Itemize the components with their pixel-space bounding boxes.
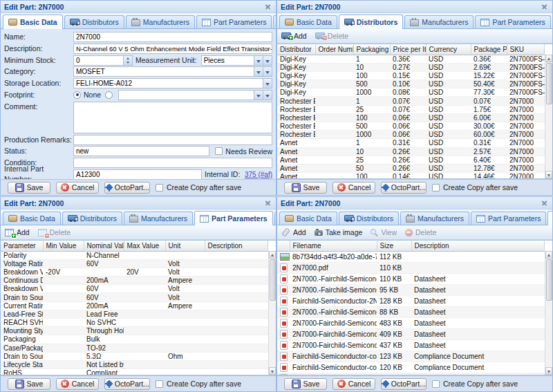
table-row[interactable]: Avnet500.26€USD12.78€2N7000 — [277, 164, 545, 172]
minimum-stock-field[interactable]: 0 — [73, 55, 124, 66]
table-row[interactable]: REACH SVHC …No SVHC — [1, 319, 268, 327]
footprint-none-radio[interactable] — [73, 91, 81, 99]
table-row[interactable]: Avnet100.26€USD2.57€2N7000 — [277, 147, 545, 156]
table-row[interactable]: Mounting StyleThrough Hole — [1, 327, 268, 335]
save-button[interactable]: Save — [8, 182, 50, 194]
tab-basic-data[interactable]: Basic Data — [279, 15, 337, 28]
window-titlebar[interactable]: Edit Part: 2N7000 — [1, 1, 276, 13]
stock-spinner[interactable] — [124, 55, 133, 66]
chevron-down-icon[interactable] — [254, 90, 263, 100]
table-row[interactable]: RoHSCompliant — [1, 369, 268, 375]
table-row[interactable]: Avnet1000.14€USD14.46€2N7000 — [277, 173, 545, 179]
tab-manufacturers[interactable]: Manufacturers — [126, 15, 195, 28]
table-row[interactable]: Drain to Sourc…60VVolt — [1, 293, 268, 301]
column-header[interactable]: Max Value — [124, 241, 165, 251]
scrollbar-thumb[interactable] — [546, 63, 552, 104]
save-button[interactable]: Save — [284, 182, 327, 194]
table-row[interactable]: 2N7000-Fairchild-Semiconductor-dat…437 K… — [277, 339, 545, 351]
table-row[interactable]: Digi-Key10000.08€USD77.30€2N7000FS-ND — [277, 88, 545, 97]
table-row[interactable]: Rochester El…10000.06€USD60.00€2N7000 — [277, 131, 545, 139]
table-row[interactable]: Voltage Rating …60VVolt — [1, 259, 268, 268]
window-titlebar[interactable]: Edit Part: 2N7000 — [1, 197, 276, 209]
table-row[interactable]: 2N7000.-Fairchild-Semiconductor-da…95 KB… — [277, 284, 545, 295]
table-row[interactable]: Breakdown Vo…60VVolt — [1, 285, 268, 293]
scroll-down-icon[interactable] — [269, 367, 276, 375]
table-row[interactable]: 2N7000-Fairchild-Semiconductor-dat…409 K… — [277, 328, 545, 339]
column-header[interactable]: Unit — [165, 241, 205, 251]
scroll-up-icon[interactable] — [545, 251, 552, 259]
scroll-down-icon[interactable] — [545, 367, 552, 375]
table-row[interactable]: Digi-Key1000.15€USD15.22€2N7000FS-ND — [277, 71, 545, 80]
table-row[interactable]: PackagingBulk — [1, 335, 268, 344]
table-row[interactable]: Avnet10.31€USD0.31€2N7000 — [277, 139, 545, 147]
delete-button[interactable]: Delete — [315, 32, 348, 40]
add-button[interactable]: Add — [281, 228, 306, 236]
tab-manufacturers[interactable]: Manufacturers — [404, 15, 474, 28]
footprint-select-radio[interactable] — [105, 91, 113, 99]
internal-id-link[interactable]: 375 (#af) — [245, 171, 272, 178]
take-image-button[interactable]: Take image — [315, 228, 363, 236]
create-copy-checkbox[interactable] — [156, 380, 163, 388]
table-row[interactable]: Avnet250.26€USD6.40€2N7000 — [277, 156, 545, 164]
octopart-button[interactable]: OctoPart... — [381, 182, 427, 194]
table-row[interactable]: Fairchild-Semiconductor-company-9…120 KB… — [277, 362, 545, 373]
column-header[interactable] — [277, 241, 290, 251]
close-icon[interactable] — [263, 2, 272, 11]
column-header[interactable]: Package Price — [471, 44, 507, 55]
delete-button[interactable]: Delete — [405, 228, 436, 236]
table-row[interactable]: Drain to Sourc…5.3ΩOhm — [1, 352, 268, 360]
table-row[interactable]: Lead-Free Stat…Lead Free — [1, 310, 268, 318]
chevron-down-icon[interactable] — [263, 55, 272, 66]
tab-distributors[interactable]: Distributors — [64, 15, 124, 28]
production-remarks-field[interactable] — [73, 135, 272, 145]
table-row[interactable]: 2N7000.pdf110 KB — [277, 262, 545, 273]
tab-part-parameters[interactable]: Part Parameters — [471, 212, 546, 225]
table-row[interactable]: Breakdown Vo…-20V20VVolt — [1, 268, 268, 276]
measurement-unit-combo[interactable]: Pieces — [201, 55, 254, 66]
column-header[interactable]: Distributor — [277, 44, 315, 55]
tab-attachments[interactable]: Attachments — [547, 211, 553, 225]
scrollbar-thumb[interactable] — [270, 259, 276, 301]
cancel-button[interactable]: Cancel — [332, 378, 375, 390]
scrollbar[interactable] — [545, 55, 552, 178]
scroll-up-icon[interactable] — [269, 251, 276, 259]
scrollbar[interactable] — [545, 251, 552, 375]
footprint-combo[interactable] — [118, 90, 254, 100]
column-header[interactable]: Packaging Unit — [353, 44, 390, 55]
create-copy-checkbox[interactable] — [156, 184, 163, 192]
view-button[interactable]: View — [371, 228, 397, 236]
table-row[interactable]: Rochester El…10.07€USD0.07€2N7000 — [277, 97, 545, 105]
column-header[interactable]: Filename — [290, 241, 377, 251]
add-button[interactable]: Add — [281, 32, 307, 40]
column-header[interactable]: Description — [205, 241, 268, 251]
scroll-down-icon[interactable] — [545, 171, 552, 178]
table-row[interactable]: Fairchild-Semiconductor-company-1…123 KB… — [277, 351, 545, 362]
window-titlebar[interactable]: Edit Part: 2N7000 — [277, 1, 552, 13]
close-icon[interactable] — [539, 198, 549, 207]
column-header[interactable]: Price per Item — [390, 44, 426, 55]
table-row[interactable]: Current Rating200mAAmpere — [1, 301, 268, 310]
name-field[interactable]: 2N7000 — [73, 32, 272, 42]
column-header[interactable]: Parameter — [1, 241, 43, 251]
tab-distributors[interactable]: Distributors — [339, 212, 399, 225]
tab-part-parameters[interactable]: Part Parameters — [194, 211, 273, 225]
tab-distributors[interactable]: Distributors — [339, 15, 404, 29]
chevron-down-icon[interactable] — [254, 55, 263, 66]
tab-part-parameters[interactable]: Part Parameters — [196, 15, 272, 28]
table-row[interactable]: Rochester El…1000.06€USD6.00€2N7000 — [277, 113, 545, 122]
tab-manufacturers[interactable]: Manufacturers — [124, 212, 193, 225]
table-row[interactable]: Fairchild-Semiconductor-2N7000..pdf128 K… — [277, 295, 545, 306]
description-field[interactable]: N-Channel 60 V 5 Ohm Enhancement Mode Fi… — [73, 44, 272, 54]
internal-part-number-field[interactable]: A12300 — [73, 169, 202, 179]
table-row[interactable]: Fairchild-Semiconductor-company-1…401 KB… — [277, 373, 545, 375]
create-copy-checkbox[interactable] — [432, 380, 440, 388]
scrollbar-thumb[interactable] — [546, 259, 552, 301]
save-button[interactable]: Save — [284, 378, 327, 390]
table-row[interactable]: Continuous Dr…200mAAmpere — [1, 277, 268, 285]
column-header[interactable]: Order Number — [315, 44, 353, 55]
table-row[interactable]: Digi-Key10.36€USD0.36€2N7000FS-ND — [277, 55, 545, 63]
close-icon[interactable] — [539, 2, 549, 11]
table-row[interactable]: Rochester El…250.07€USD1.75€2N7000 — [277, 105, 545, 113]
table-row[interactable]: Rochester El…5000.06€USD30.00€2N7000 — [277, 122, 545, 131]
condition-field[interactable] — [73, 158, 272, 168]
